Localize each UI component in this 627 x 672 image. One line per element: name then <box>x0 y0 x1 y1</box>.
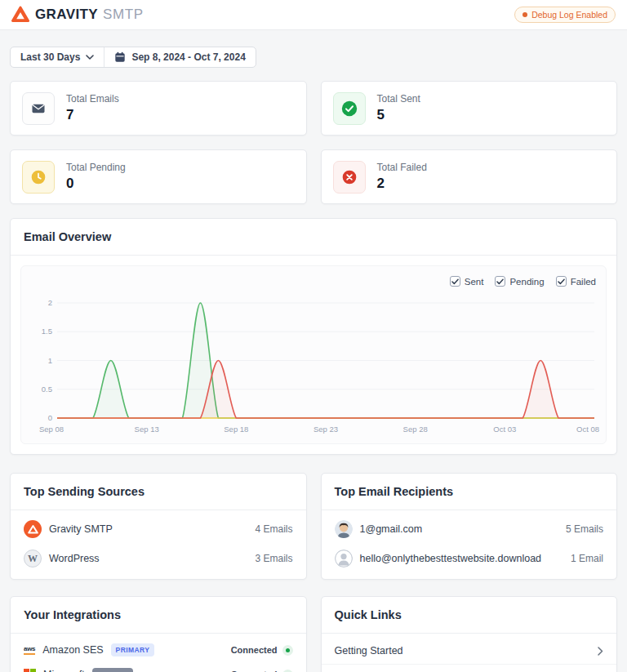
svg-text:Oct 08: Oct 08 <box>576 425 599 434</box>
quick-link-getting-started[interactable]: Getting Started <box>322 638 617 664</box>
email-overview-header: Email Overview <box>11 219 616 256</box>
integration-name: Microsoft <box>43 669 85 672</box>
brand-suffix: SMTP <box>103 7 144 23</box>
integration-name: Amazon SES <box>42 644 103 656</box>
svg-text:1: 1 <box>48 356 52 365</box>
gravity-icon <box>24 520 42 538</box>
stat-card-total-pending: Total Pending 0 <box>10 149 307 204</box>
chevron-down-icon <box>86 55 94 60</box>
backup-badge: BACKUP <box>92 668 134 672</box>
email-overview-chart: 00.511.52Sep 08Sep 13Sep 18Sep 23Sep 28O… <box>29 291 601 440</box>
recipient-count: 1 Email <box>571 553 603 564</box>
brand-logo: GRAVITY SMTP <box>11 6 144 24</box>
top-bar: GRAVITY SMTP Debug Log Enabled <box>0 0 627 30</box>
integration-status: Connected <box>231 645 293 656</box>
stat-card-total-emails: Total Emails 7 <box>10 81 307 136</box>
stat-label: Total Emails <box>66 93 119 105</box>
debug-log-badge: Debug Log Enabled <box>514 7 616 23</box>
stat-label: Total Sent <box>377 93 420 105</box>
legend-toggle-sent[interactable]: Sent <box>450 276 484 287</box>
microsoft-icon <box>24 669 36 672</box>
integration-status: Connected <box>231 670 293 672</box>
stat-card-total-failed: Total Failed 2 <box>321 149 618 204</box>
recipients-title: Top Email Recipients <box>335 485 454 498</box>
svg-text:0.5: 0.5 <box>42 385 52 394</box>
sources-title: Top Sending Sources <box>24 485 145 498</box>
stat-value: 7 <box>66 107 119 123</box>
quick-link-troubleshooting[interactable]: Troubleshooting Gravity SMTP <box>322 664 617 672</box>
status-dot-icon <box>282 645 293 656</box>
integrations-title: Your Integrations <box>24 608 121 621</box>
stat-value: 0 <box>66 176 126 192</box>
date-range-picker[interactable]: Sep 8, 2024 - Oct 7, 2024 <box>104 47 255 67</box>
recipient-row: 1@gmail.com 5 Emails <box>322 514 617 544</box>
source-count: 3 Emails <box>255 553 292 564</box>
status-label: Connected <box>231 645 278 655</box>
legend-toggle-failed[interactable]: Failed <box>556 276 596 287</box>
chevron-right-icon <box>598 647 603 656</box>
primary-badge: PRIMARY <box>111 643 155 656</box>
source-name: Gravity SMTP <box>49 523 113 535</box>
svg-text:Sep 18: Sep 18 <box>224 425 248 434</box>
svg-text:Oct 03: Oct 03 <box>493 425 516 434</box>
stat-label: Total Pending <box>66 162 126 173</box>
debug-badge-label: Debug Log Enabled <box>531 10 607 20</box>
your-integrations-card: Your Integrations aws Amazon SES PRIMARY… <box>10 596 307 672</box>
svg-text:Sep 23: Sep 23 <box>314 425 338 434</box>
avatar-placeholder <box>335 550 353 567</box>
date-filter-bar: Last 30 Days Sep 8, 2024 - Oct 7, 2024 <box>10 47 256 68</box>
brand-name: GRAVITY <box>35 7 98 23</box>
legend-label: Pending <box>509 277 544 287</box>
checkbox-checked-icon <box>495 276 505 287</box>
stat-value: 2 <box>377 176 427 192</box>
stat-value: 5 <box>377 107 420 123</box>
calendar-icon <box>114 51 126 63</box>
svg-text:Sep 08: Sep 08 <box>39 425 64 434</box>
recipient-email: 1@gmail.com <box>360 523 423 535</box>
avatar <box>335 520 353 538</box>
svg-text:1.5: 1.5 <box>42 327 52 336</box>
quick-links-title: Quick Links <box>335 608 402 621</box>
top-email-recipients-card: Top Email Recipients 1@gmail.com 5 Email… <box>321 473 618 580</box>
bottom-grid: Top Sending Sources Gravity SMTP 4 Email… <box>10 473 617 672</box>
check-circle-icon <box>333 92 366 125</box>
envelope-icon <box>22 92 55 125</box>
x-circle-icon <box>333 161 366 194</box>
svg-text:Sep 28: Sep 28 <box>403 425 428 434</box>
svg-text:2: 2 <box>48 298 52 307</box>
source-name: WordPress <box>49 553 100 564</box>
legend-label: Sent <box>465 277 484 287</box>
aws-icon: aws <box>24 645 35 655</box>
quick-links-card: Quick Links Getting Started Troubleshoot… <box>321 596 618 672</box>
dashboard-main: Last 30 Days Sep 8, 2024 - Oct 7, 2024 <box>0 30 627 672</box>
svg-text:Sep 13: Sep 13 <box>135 425 159 434</box>
chart-legend: Sent Pending Failed <box>29 273 598 291</box>
source-count: 4 Emails <box>255 523 292 535</box>
checkbox-checked-icon <box>556 276 567 287</box>
integration-row: Microsoft BACKUP Connected <box>11 662 306 672</box>
checkbox-checked-icon <box>450 276 460 287</box>
integration-row: aws Amazon SES PRIMARY Connected <box>11 638 306 662</box>
source-row: W WordPress 3 Emails <box>11 544 306 573</box>
recipient-row: hello@onlythebesttestwebsite.download 1 … <box>322 544 617 573</box>
recipient-email: hello@onlythebesttestwebsite.download <box>360 553 542 564</box>
date-range-label: Sep 8, 2024 - Oct 7, 2024 <box>131 51 245 63</box>
status-dot-icon <box>282 670 293 672</box>
stats-grid: Total Emails 7 Total Sent 5 <box>10 81 617 204</box>
quick-link-label: Getting Started <box>335 645 403 656</box>
stat-card-total-sent: Total Sent 5 <box>321 81 618 136</box>
email-overview-chart-panel: Sent Pending Failed 00.511.52Sep 08Sep 1… <box>20 265 607 444</box>
range-dropdown-label: Last 30 Days <box>20 51 80 63</box>
legend-toggle-pending[interactable]: Pending <box>495 276 544 287</box>
legend-label: Failed <box>571 277 596 287</box>
range-dropdown[interactable]: Last 30 Days <box>11 47 104 67</box>
source-row: Gravity SMTP 4 Emails <box>11 514 306 544</box>
email-overview-card: Email Overview Sent Pending <box>10 218 617 455</box>
gravity-logo-icon <box>11 6 29 24</box>
email-overview-title: Email Overview <box>24 230 111 243</box>
top-sending-sources-card: Top Sending Sources Gravity SMTP 4 Email… <box>10 473 307 580</box>
recipient-count: 5 Emails <box>566 523 603 535</box>
svg-text:0: 0 <box>48 413 52 422</box>
stat-label: Total Failed <box>377 162 427 173</box>
clock-icon <box>22 161 55 194</box>
